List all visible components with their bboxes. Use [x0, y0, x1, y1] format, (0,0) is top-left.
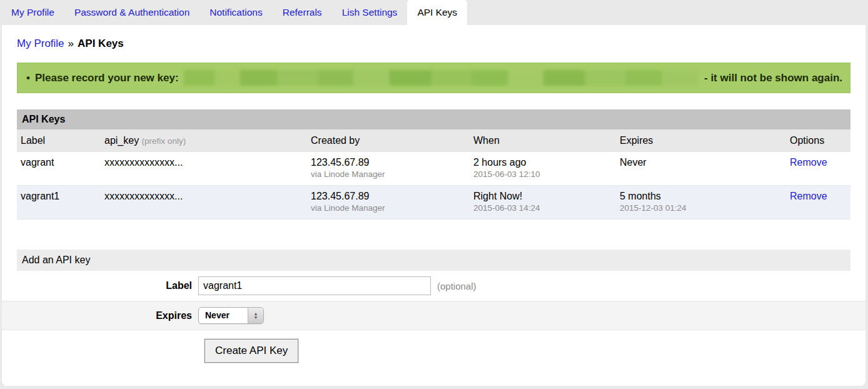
expires-field-label: Expires — [17, 310, 198, 321]
expires-form-row: Expires Never ▲▼ — [2, 301, 865, 330]
when-relative: 2 hours ago — [473, 157, 615, 168]
col-header-options: Options — [790, 135, 850, 146]
remove-key-link[interactable]: Remove — [790, 157, 827, 168]
created-by-via: via Linode Manager — [311, 203, 468, 213]
expires-relative: Never — [620, 157, 785, 168]
when-timestamp: 2015-06-03 12:10 — [473, 169, 615, 179]
when-relative: Right Now! — [473, 191, 615, 202]
create-api-key-button[interactable]: Create API Key — [204, 339, 298, 363]
created-by-ip: 123.45.67.89 — [311, 191, 468, 202]
tab-api-keys[interactable]: API Keys — [407, 0, 467, 25]
col-header-api-key: api_key (prefix only) — [104, 135, 311, 146]
cell-when: Right Now! 2015-06-03 14:24 — [473, 191, 620, 213]
redacted-api-key — [184, 70, 698, 86]
tab-notifications[interactable]: Notifications — [199, 0, 272, 25]
alert-bullet-icon: • — [26, 72, 30, 84]
col-header-api-key-note: (prefix only) — [142, 136, 186, 146]
col-header-api-key-text: api_key — [104, 135, 139, 146]
cell-label: vagrant — [17, 157, 104, 179]
expires-timestamp: 2015-12-03 01:24 — [620, 203, 785, 213]
col-header-when: When — [473, 135, 620, 146]
breadcrumb: My Profile»API Keys — [2, 25, 865, 50]
tab-lish-settings[interactable]: Lish Settings — [332, 0, 408, 25]
alert-prefix-text: Please record your new key: — [35, 72, 179, 84]
cell-when: 2 hours ago 2015-06-03 12:10 — [473, 157, 620, 179]
created-by-via: via Linode Manager — [311, 169, 468, 179]
breadcrumb-my-profile-link[interactable]: My Profile — [17, 38, 64, 49]
linode-manager-window: My Profile Password & Authentication Not… — [0, 0, 868, 389]
cell-options: Remove — [790, 157, 850, 179]
cell-created-by: 123.45.67.89 via Linode Manager — [311, 191, 473, 213]
optional-note: (optional) — [437, 281, 477, 291]
alert-suffix-text: - it will not be shown again. — [704, 72, 842, 84]
page-content: My Profile»API Keys • Please record your… — [2, 25, 865, 386]
api-keys-table: API Keys Label api_key (prefix only) Cre… — [17, 109, 850, 220]
submit-form-row: Create API Key — [2, 330, 865, 368]
table-header-row: Label api_key (prefix only) Created by W… — [17, 129, 850, 152]
created-by-ip: 123.45.67.89 — [311, 157, 468, 168]
tab-referrals[interactable]: Referrals — [273, 0, 332, 25]
select-stepper-icon: ▲▼ — [248, 308, 263, 323]
table-row: vagrant1 xxxxxxxxxxxxxx... 123.45.67.89 … — [17, 186, 850, 220]
tab-my-profile[interactable]: My Profile — [1, 0, 64, 25]
remove-key-link[interactable]: Remove — [790, 191, 827, 201]
when-timestamp: 2015-06-03 14:24 — [473, 203, 615, 213]
add-api-key-section-title: Add an API key — [17, 250, 850, 271]
tab-password-authentication[interactable]: Password & Authentication — [64, 0, 199, 25]
label-field-label: Label — [17, 280, 198, 291]
label-form-row: Label (optional) — [2, 271, 865, 301]
col-header-label: Label — [17, 135, 104, 146]
cell-expires: 5 months 2015-12-03 01:24 — [620, 191, 790, 213]
cell-options: Remove — [790, 191, 850, 213]
table-title: API Keys — [17, 109, 850, 129]
expires-select[interactable]: Never ▲▼ — [198, 307, 264, 324]
col-header-expires: Expires — [620, 135, 790, 146]
label-input[interactable] — [198, 276, 431, 295]
new-key-alert: • Please record your new key: - it will … — [17, 63, 850, 93]
cell-label: vagrant1 — [17, 191, 104, 213]
profile-tab-bar: My Profile Password & Authentication Not… — [0, 0, 868, 25]
cell-api-key: xxxxxxxxxxxxxx... — [104, 191, 311, 213]
table-row: vagrant xxxxxxxxxxxxxx... 123.45.67.89 v… — [17, 152, 850, 186]
expires-relative: 5 months — [620, 191, 785, 202]
expires-selected-value: Never — [199, 308, 248, 323]
cell-expires: Never — [620, 157, 790, 179]
page-title: API Keys — [78, 38, 124, 49]
col-header-created-by: Created by — [311, 135, 473, 146]
cell-created-by: 123.45.67.89 via Linode Manager — [311, 157, 473, 179]
breadcrumb-separator: » — [68, 38, 74, 49]
cell-api-key: xxxxxxxxxxxxxx... — [104, 157, 311, 179]
